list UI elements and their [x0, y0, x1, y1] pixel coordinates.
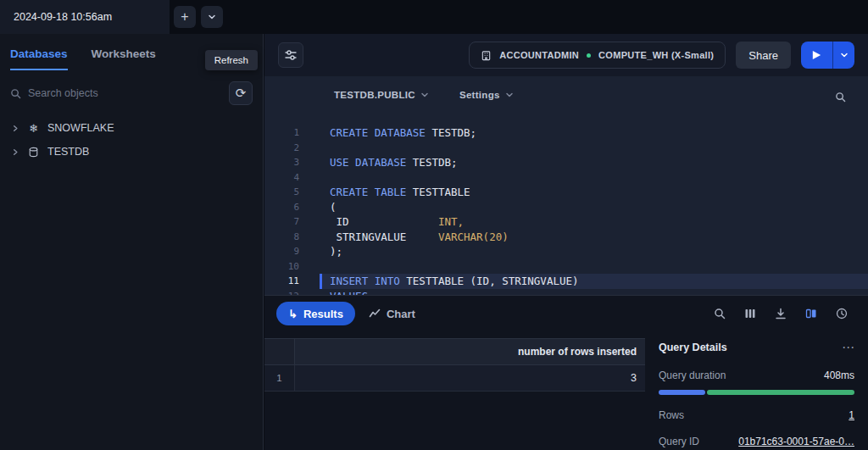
line-number: 2: [264, 141, 299, 156]
tab-worksheets[interactable]: Worksheets: [92, 47, 156, 70]
query-details-panel: Query Details ⋯ Query duration 408ms Row…: [645, 331, 868, 450]
line-number: 8: [264, 230, 299, 245]
chevron-right-icon[interactable]: [12, 148, 19, 156]
code-token: CREATE DATABASE: [330, 126, 431, 139]
sidebar: Databases Worksheets ⟳ Refresh ❄ SNOWFLA…: [0, 34, 264, 450]
role-warehouse-selector[interactable]: ACCOUNTADMIN COMPUTE_WH (X-Small): [469, 42, 726, 69]
tree-item-label: SNOWFLAKE: [47, 122, 114, 134]
share-button[interactable]: Share: [736, 42, 791, 69]
tab-chart[interactable]: Chart: [369, 308, 415, 320]
tree-item-testdb[interactable]: TESTDB: [0, 140, 263, 164]
code-line[interactable]: 7 ID INT,: [264, 214, 868, 230]
query-duration-value: 408ms: [824, 369, 854, 381]
download-icon[interactable]: [775, 308, 787, 319]
query-duration-label: Query duration: [659, 369, 726, 381]
worksheet-tab[interactable]: 2024-09-18 10:56am: [0, 0, 170, 34]
line-number: 9: [264, 244, 299, 259]
row-number-header-cell[interactable]: [264, 338, 295, 365]
code-token: TESTTABLE: [413, 186, 470, 198]
database-schema-selector[interactable]: TESTDB.PUBLIC: [334, 90, 429, 100]
code-token: TESTTABLE (ID, STRINGVALUE): [406, 275, 578, 287]
ellipsis-menu-icon[interactable]: ⋯: [842, 343, 854, 352]
worksheet-options-button[interactable]: [278, 42, 303, 68]
refresh-tooltip: Refresh: [205, 50, 258, 70]
code-token: (: [330, 201, 337, 214]
table-header-row: number of rows inserted: [264, 338, 645, 365]
chevron-down-icon: [420, 91, 429, 99]
chart-line-icon: [369, 308, 381, 319]
run-button[interactable]: [801, 42, 832, 69]
table-row[interactable]: 1 3: [264, 365, 645, 392]
code-token: TESTDB;: [413, 156, 458, 169]
column-header[interactable]: number of rows inserted: [295, 338, 645, 365]
code-token: USE DATABASE: [330, 156, 413, 169]
editor-search-icon[interactable]: [835, 92, 846, 103]
code-line[interactable]: 8 STRINGVALUE VARCHAR(20): [264, 230, 868, 245]
code-line[interactable]: 6(: [264, 200, 868, 215]
snowflake-icon: ❄: [27, 122, 40, 135]
code-token: STRINGVALUE: [330, 231, 438, 243]
role-label: ACCOUNTADMIN: [499, 50, 579, 60]
code-token: ID: [330, 215, 438, 228]
line-number: 1: [264, 125, 299, 141]
settings-label: Settings: [459, 90, 500, 100]
query-details-title: Query Details: [659, 342, 727, 353]
code-line[interactable]: 9);: [264, 244, 868, 259]
worksheet-list-dropdown-button[interactable]: [201, 6, 223, 28]
code-line[interactable]: 1CREATE DATABASE TESTDB;: [264, 125, 868, 141]
worksheet-tab-bar: 2024-09-18 10:56am +: [0, 0, 868, 34]
tree-item-label: TESTDB: [47, 146, 89, 158]
warehouse-status-dot: [587, 53, 591, 58]
tab-results[interactable]: ↳ Results: [276, 302, 355, 325]
results-table: number of rows inserted 1 3: [264, 331, 645, 450]
editor-settings-menu[interactable]: Settings: [459, 90, 514, 100]
worksheet-toolbar: ACCOUNTADMIN COMPUTE_WH (X-Small) Share: [264, 34, 868, 76]
run-options-button[interactable]: [832, 42, 854, 69]
chevron-right-icon[interactable]: [12, 125, 19, 132]
results-toolbar-icons: [714, 308, 856, 319]
code-token: CREATE TABLE: [330, 186, 413, 198]
row-number-cell[interactable]: 1: [264, 365, 295, 392]
code-line[interactable]: 12VALUES: [264, 289, 868, 296]
code-line[interactable]: 3USE DATABASE TESTDB;: [264, 155, 868, 170]
main-panel: ACCOUNTADMIN COMPUTE_WH (X-Small) Share: [264, 34, 868, 450]
split-panel-icon[interactable]: [805, 308, 817, 319]
search-icon: [10, 88, 21, 99]
query-id-link[interactable]: 01b71c63-0001-57ae-0…: [738, 436, 854, 447]
code-line[interactable]: 2: [264, 141, 868, 156]
plus-icon: +: [181, 9, 188, 25]
code-token: TESTDB;: [431, 126, 476, 139]
line-number: 7: [264, 214, 299, 230]
snowsight-app: 2024-09-18 10:56am + Databases Worksheet…: [0, 0, 868, 450]
code-line[interactable]: 5CREATE TABLE TESTTABLE: [264, 185, 868, 200]
refresh-button[interactable]: ⟳: [229, 81, 253, 105]
value-cell[interactable]: 3: [295, 365, 645, 392]
rows-value-link[interactable]: 1: [849, 409, 854, 421]
results-panel: ↳ Results Chart: [264, 295, 868, 450]
results-tab-bar: ↳ Results Chart: [264, 296, 868, 331]
results-content: number of rows inserted 1 3 Query Detail…: [264, 331, 868, 450]
chevron-down-icon: [840, 51, 849, 59]
new-worksheet-button[interactable]: +: [174, 6, 196, 28]
chevron-down-icon: [208, 13, 216, 21]
search-objects-input[interactable]: [28, 87, 229, 99]
code-line[interactable]: 4: [264, 170, 868, 186]
database-tree: ❄ SNOWFLAKE TESTDB: [0, 116, 263, 164]
chevron-down-icon: [505, 91, 514, 99]
refresh-icon: ⟳: [236, 86, 247, 101]
tab-databases[interactable]: Databases: [10, 47, 68, 70]
query-history-clock-icon[interactable]: [836, 308, 848, 319]
line-number: 10: [264, 259, 299, 275]
line-number: 12: [264, 289, 299, 296]
tree-item-snowflake[interactable]: ❄ SNOWFLAKE: [0, 116, 263, 140]
columns-icon[interactable]: [744, 308, 756, 319]
sql-editor-panel: TESTDB.PUBLIC Settings 1CREATE DATABASE …: [264, 76, 868, 295]
results-arrow-icon: ↳: [288, 308, 298, 320]
duration-segment-execution: [707, 390, 854, 395]
rows-label: Rows: [659, 409, 684, 421]
sql-code-area[interactable]: 1CREATE DATABASE TESTDB; 2 3USE DATABASE…: [264, 125, 868, 295]
code-line[interactable]: 10: [264, 259, 868, 275]
chart-tab-label: Chart: [387, 308, 415, 320]
search-results-icon[interactable]: [714, 308, 726, 319]
code-line-active[interactable]: 11INSERT INTO TESTTABLE (ID, STRINGVALUE…: [264, 274, 868, 289]
